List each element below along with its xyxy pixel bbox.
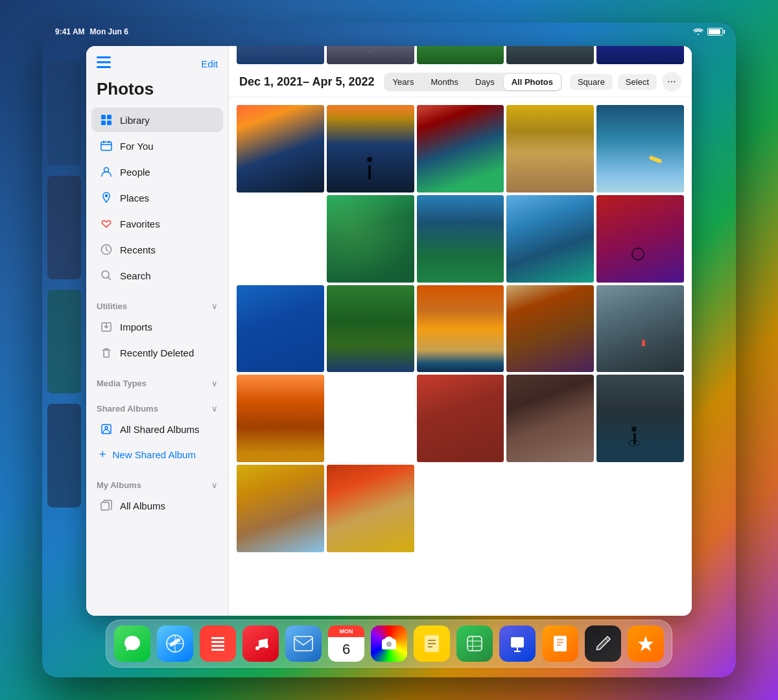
svg-point-12: [106, 195, 108, 197]
photo-cell-17[interactable]: [506, 375, 594, 462]
my-albums-chevron[interactable]: ∨: [211, 480, 218, 490]
photo-cell-10[interactable]: [237, 285, 324, 373]
sidebar-item-favorites[interactable]: Favorites: [91, 211, 223, 236]
imports-icon: [99, 320, 113, 334]
sidebar: Edit Photos Library: [86, 46, 229, 616]
sidebar-item-people[interactable]: People: [91, 159, 223, 184]
photo-cell-19[interactable]: [237, 465, 324, 552]
my-albums-section-header: My Albums ∨: [86, 472, 228, 493]
status-date: Mon Jun 6: [90, 27, 128, 36]
tab-days[interactable]: Days: [467, 74, 502, 90]
dock-photos[interactable]: [371, 625, 407, 662]
sidebar-item-places[interactable]: Places: [91, 185, 223, 210]
dock-music[interactable]: [242, 625, 279, 662]
photo-grid-container[interactable]: [229, 97, 692, 616]
library-icon: [99, 113, 113, 127]
tab-group: Years Months Days All Photos: [384, 73, 562, 91]
partial-photo-2: ···: [327, 46, 414, 64]
calendar-month: MON: [340, 628, 353, 635]
utilities-section-header: Utilities ∨: [86, 294, 228, 314]
dock-messages[interactable]: [114, 625, 150, 662]
photo-cell-13[interactable]: [506, 285, 594, 373]
sidebar-toggle-btn[interactable]: [97, 56, 111, 71]
dock-keynote[interactable]: [499, 625, 536, 662]
all-shared-icon: [99, 422, 113, 436]
svg-rect-0: [97, 56, 111, 58]
photo-cell-15[interactable]: [237, 375, 324, 462]
dock-notes[interactable]: [414, 625, 450, 662]
sidebar-item-recents[interactable]: Recents: [91, 237, 223, 262]
dock-multiplex[interactable]: [628, 625, 664, 662]
photo-cell-5[interactable]: [596, 105, 684, 192]
dock-calendar[interactable]: MON 6: [328, 625, 364, 662]
photos-app: Edit Photos Library: [86, 46, 692, 616]
status-right: [693, 27, 723, 37]
photo-cell-6[interactable]: [327, 195, 414, 283]
recently-deleted-label: Recently Deleted: [120, 347, 194, 358]
status-left: 9:41 AM Mon Jun 6: [55, 27, 128, 36]
sidebar-item-all-albums[interactable]: All Albums: [91, 493, 223, 518]
photo-cell-11[interactable]: [327, 285, 414, 373]
photo-cell-2[interactable]: [327, 105, 414, 192]
svg-rect-2: [97, 66, 111, 68]
sidebar-item-foryou[interactable]: For You: [91, 134, 223, 158]
new-shared-album-btn[interactable]: + New Shared Album: [91, 443, 223, 467]
dock-numbers[interactable]: [456, 625, 493, 662]
photo-cell-20[interactable]: [327, 465, 414, 552]
utilities-chevron[interactable]: ∨: [211, 301, 218, 311]
svg-point-26: [265, 644, 268, 648]
recents-label: Recents: [120, 244, 156, 255]
all-shared-label: All Shared Albums: [120, 424, 200, 435]
dock-pencil[interactable]: [585, 625, 621, 662]
shared-albums-title: Shared Albums: [97, 404, 158, 414]
shared-albums-chevron[interactable]: ∨: [211, 404, 218, 414]
sidebar-edit-btn[interactable]: Edit: [201, 58, 218, 69]
select-btn[interactable]: Select: [618, 74, 657, 90]
photo-cell-8[interactable]: [506, 195, 594, 283]
svg-point-28: [386, 642, 392, 647]
people-label: People: [120, 167, 150, 178]
photo-cell-9[interactable]: [596, 195, 684, 283]
photo-cell-1[interactable]: [237, 105, 324, 192]
tab-months[interactable]: Months: [423, 74, 466, 90]
places-icon: [99, 191, 113, 205]
sidebar-item-recently-deleted[interactable]: Recently Deleted: [91, 340, 223, 365]
photo-cell-14[interactable]: [596, 285, 684, 373]
svg-rect-33: [467, 636, 482, 651]
svg-rect-27: [294, 636, 312, 651]
photo-cell-18[interactable]: [596, 375, 684, 462]
svg-rect-37: [511, 637, 524, 648]
status-time: 9:41 AM: [55, 27, 85, 36]
media-types-chevron[interactable]: ∨: [211, 379, 218, 388]
dock-mail[interactable]: [285, 625, 322, 662]
dock-safari[interactable]: [157, 625, 193, 662]
tab-all-photos[interactable]: All Photos: [504, 74, 561, 90]
more-btn[interactable]: ···: [662, 72, 681, 91]
dock-pages[interactable]: [542, 625, 578, 662]
favorites-icon: [99, 216, 113, 231]
tab-years[interactable]: Years: [385, 74, 422, 90]
main-content: ··· Dec 1, 2021– Apr 5, 2022 Years Month…: [229, 46, 692, 616]
dock-reminders[interactable]: [200, 625, 236, 662]
svg-rect-6: [107, 121, 112, 125]
new-album-plus-icon: +: [99, 448, 106, 461]
media-types-section-header: Media Types ∨: [86, 371, 228, 391]
sidebar-item-library[interactable]: Library: [91, 108, 223, 132]
toolbar: Dec 1, 2021– Apr 5, 2022 Years Months Da…: [229, 64, 692, 97]
sidebar-item-imports[interactable]: Imports: [91, 314, 223, 339]
photo-cell-4[interactable]: [506, 105, 594, 192]
svg-point-14: [102, 271, 109, 278]
sidebar-item-all-shared[interactable]: All Shared Albums: [91, 417, 223, 441]
photo-cell-12[interactable]: [417, 285, 504, 373]
square-btn[interactable]: Square: [570, 74, 613, 90]
svg-rect-4: [107, 115, 112, 119]
photo-grid: [237, 105, 684, 552]
sidebar-item-search[interactable]: Search: [91, 263, 223, 288]
my-albums-title: My Albums: [97, 480, 141, 490]
all-albums-label: All Albums: [120, 500, 165, 511]
photo-cell-3[interactable]: [417, 105, 504, 192]
calendar-day: 6: [342, 641, 350, 658]
foryou-icon: [99, 139, 113, 153]
photo-cell-7[interactable]: [417, 195, 504, 283]
photo-cell-16[interactable]: [417, 375, 504, 462]
